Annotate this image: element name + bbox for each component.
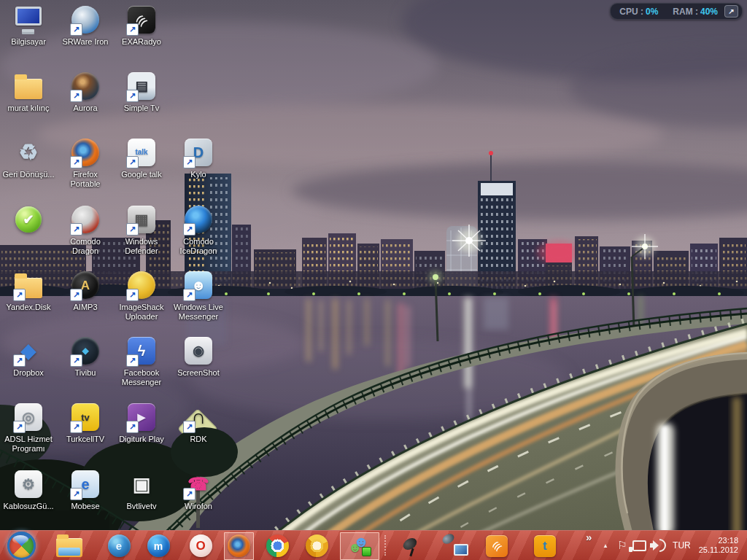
shortcut-arrow-icon: ↗ [183,156,196,168]
tray-expand-button[interactable]: ▲ [597,531,614,560]
desktop-icon-firefox-portable[interactable]: ↗Firefox Portable [58,137,113,189]
desktop-icon-kylo[interactable]: D↗Kylo [171,137,226,179]
desktop-icon-label: Firefox Portable [58,170,113,189]
shortcut-arrow-icon: ↗ [126,354,139,367]
maxthon-taskbar-button[interactable]: m [144,532,173,560]
taskbar-items: emO(((t [0,531,560,560]
satellite-dish-icon [400,535,422,557]
flag-icon: ⚐ [617,539,627,552]
shortcut-arrow-icon: ↗ [126,421,139,433]
shortcut-arrow-icon: ↗ [70,354,82,367]
desktop-icon-simple-tv[interactable]: ▤↗Simple Tv [114,71,169,113]
satellite-tv-taskbar-button[interactable] [439,532,472,560]
icedragon-browser-icon: ↗ [171,204,226,235]
firefox-taskbar-button[interactable] [224,532,254,560]
messenger-buddies-icon [347,534,373,558]
status-available-icon [362,547,371,556]
explorer-taskbar-button[interactable] [53,532,85,560]
iron-browser-icon: ↗ [58,4,113,35]
desktop-icon-geri-donusum[interactable]: ♻Geri Dönüşü... [1,137,56,179]
desktop-icon-google-talk[interactable]: talk↗Google talk [114,137,169,179]
desktop-icon-label: Facebook Messenger [114,368,169,387]
clock[interactable]: 23:18 25.11.2012 [696,536,741,555]
shortcut-arrow-icon: ↗ [70,223,82,236]
volume-button[interactable] [649,531,667,560]
satellite-taskbar-button[interactable] [397,532,426,560]
desktop-icon-tivibu[interactable]: ◆↗Tivibu [58,335,113,378]
headphones-icon: ∩↗ [171,402,226,432]
desktop-icon-label: Wirofon [171,502,226,511]
lightning-icon: ϟ↗ [114,335,169,366]
start-taskbar-button[interactable] [4,532,39,560]
brick-wall-icon: ▦↗ [114,204,169,235]
desktop-icon-comodo-icedragon[interactable]: ↗Comodo IceDragon [171,204,226,256]
shortcut-arrow-icon: ↗ [13,354,26,367]
desktop-icon-comodo-dragon[interactable]: ↗Comodo Dragon [58,204,113,256]
toolbar-overflow-button[interactable]: » [586,532,592,542]
desktop-icon-label: Mobese [58,502,113,511]
radio-waves-icon: (((↗ [114,4,169,35]
messenger-buddy-icon: ☻↗ [171,270,226,300]
desktop-icon-digiturk-play[interactable]: ▶↗Digiturk Play [114,402,169,444]
desktop-icon-windows-defender[interactable]: ▦↗Windows Defender [114,204,169,256]
music-player-icon: A↗ [58,270,113,300]
desktop-icon-label: Digiturk Play [114,435,169,444]
firefox-icon [228,534,250,557]
shortcut-arrow-icon: ↗ [126,90,139,102]
desktop-icon-adsl-hizmet[interactable]: ◎↗ADSL Hizmet Programı [1,402,56,454]
firefox-icon: ↗ [58,137,113,168]
camera-lens-icon: ◉ [171,335,226,366]
taskbar-divider [384,535,390,556]
shortcut-arrow-icon: ↗ [183,289,196,301]
desktop-icon-aimp3[interactable]: A↗AIMP3 [58,270,113,312]
clock-date: 25.11.2012 [699,545,738,555]
radio-taskbar-button[interactable]: ((( [482,532,511,560]
shortcut-arrow-icon: ↗ [70,23,82,36]
desktop-icon-imageshack-uploader[interactable]: ↗ImageShack Uploader [114,270,169,322]
shortcut-arrow-icon: ↗ [13,289,26,301]
desktop-icon-kablosuz[interactable]: ⚙KablosuzGü... [1,469,56,511]
modem-icon: ◎↗ [1,402,56,432]
desktop-icon-bilgisayar[interactable]: Bilgisayar [1,4,56,47]
desktop-icon-facebook-messenger[interactable]: ϟ↗Facebook Messenger [114,335,169,387]
shortcut-arrow-icon: ↗ [70,90,82,102]
globe-browser-taskbar-button[interactable]: e [104,532,133,560]
kylo-browser-icon: D↗ [171,137,226,168]
desktop-icon-exaradyo[interactable]: (((↗EXARadyo [114,4,169,47]
desktop-icon-label: EXARadyo [114,37,169,47]
desktop-icon-label: Yandex.Disk [1,303,56,312]
desktop-icon-rdk[interactable]: ∩↗RDK [171,402,226,444]
desktop-icon-dropbox[interactable]: ◆↗Dropbox [1,335,56,378]
desktop-icon-screenshot[interactable]: ◉ScreenShot [171,335,226,378]
user-folder-icon [1,71,56,101]
desktop-icon-yandex-disk[interactable]: ↗Yandex.Disk [1,270,56,312]
network-button[interactable] [631,531,648,560]
shortcut-arrow-icon: ↗ [126,223,139,236]
desktop-icon-mobese[interactable]: e↗Mobese [58,469,113,511]
t-letter-icon: t [534,535,556,557]
messenger-taskbar-button[interactable] [340,532,379,560]
desktop-icon-aurora[interactable]: ↗Aurora [58,71,113,113]
speaker-icon [650,540,659,551]
chrome-taskbar-button[interactable] [263,532,292,560]
dropbox-box-icon: ◆↗ [1,335,56,366]
desktop-icon-label: ScreenShot [171,368,226,378]
shortcut-arrow-icon: ↗ [183,223,196,236]
language-indicator[interactable]: TUR [668,531,695,560]
desktop-icon-label: Bilgisayar [1,37,56,47]
desktop-icon-windows-live-messenger[interactable]: ☻↗Windows Live Messenger [171,270,226,322]
desktop[interactable]: CPU : 0% RAM : 40% ↗ Bilgisayar↗SRWare I… [0,0,747,560]
tv-sketch-icon: ▣ [114,469,169,499]
action-center-button[interactable]: ⚐ [614,531,630,560]
desktop-icon-srware-iron[interactable]: ↗SRWare Iron [58,4,113,47]
chrome-canary-taskbar-button[interactable] [302,532,331,560]
computer-icon [1,4,56,35]
desktop-icon-bvtlivetv[interactable]: ▣Bvtlivetv [114,469,169,511]
desktop-icon-wirofon[interactable]: ☎↗Wirofon [171,469,226,511]
desktop-icon-murat-kilinc[interactable]: murat kılınç [1,71,56,113]
desktop-icon-turkcell-tv[interactable]: tv↗TurkcellTV [58,402,113,444]
desktop-icon-status-check[interactable]: ✔ [1,204,56,235]
opera-taskbar-button[interactable]: O [186,532,215,560]
folder-icon [56,538,82,557]
t-app-taskbar-button[interactable]: t [530,532,560,560]
